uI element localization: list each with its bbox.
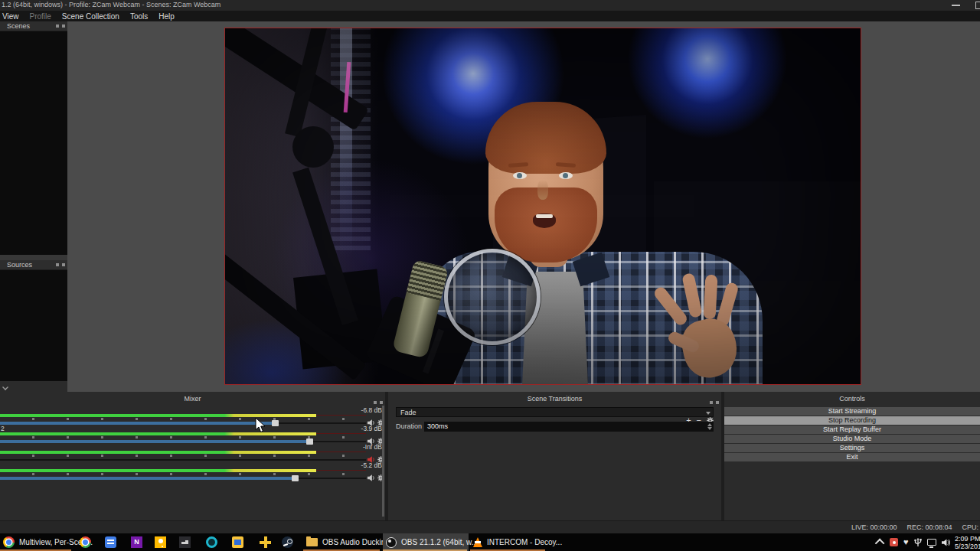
dark-app-icon[interactable] (179, 536, 191, 548)
tray-speaker-icon[interactable] (942, 539, 950, 546)
scenes-dock-header[interactable]: Scenes (0, 21, 67, 31)
mouse-cursor (255, 417, 266, 436)
clock-time: 2:09 PM (955, 535, 980, 543)
start-replay-buffer-button[interactable]: Start Replay Buffer (724, 425, 980, 435)
tray-display-icon[interactable] (927, 539, 936, 546)
volume-slider[interactable] (0, 475, 366, 481)
sources-dock-buttons[interactable] (56, 263, 65, 266)
duration-label: Duration (396, 422, 422, 430)
volume-slider-handle[interactable] (292, 475, 299, 481)
mixer-scrollbar[interactable] (382, 406, 384, 517)
left-dock-column: Scenes Sources (0, 21, 67, 392)
controls-dock: Controls Start Streaming Stop Recording … (724, 392, 980, 520)
tray-heart-icon[interactable]: ♥ (903, 538, 909, 546)
window-title: 1.2 (64bit, windows) - Profile: ZCam Web… (2, 1, 220, 8)
restore-button[interactable] (975, 2, 980, 9)
menu-bar: View Profile Scene Collection Tools Help (0, 11, 980, 21)
mixer-channel: -Inf dB (0, 445, 385, 464)
transition-select[interactable]: Fade (396, 407, 714, 417)
preview-area (67, 21, 980, 392)
rec-timer: REC: 00:08:04 (907, 523, 952, 531)
clock-date: 5/23/2018 (955, 543, 980, 550)
mixer-channel: -6.8 dB (0, 409, 385, 427)
taskbar: Multiview, Per-Scen... N OBS Audio Ducki… (0, 533, 980, 551)
transitions-dock-buttons[interactable] (710, 401, 719, 404)
sources-dock-title: Sources (7, 261, 32, 269)
mixer-channel: 2 -3.9 dB (0, 427, 385, 445)
transition-selected-value: Fade (400, 409, 416, 416)
transitions-dock-header[interactable]: Scene Transitions (388, 395, 721, 405)
steam-icon[interactable] (282, 536, 293, 548)
webcam-video-canvas[interactable] (224, 28, 861, 385)
mixer-dock-header[interactable]: Mixer (0, 395, 385, 405)
taskbar-window-multiview[interactable]: Multiview, Per-Scen... (0, 533, 73, 551)
volume-slider[interactable] (0, 420, 366, 426)
menu-tools[interactable]: Tools (125, 12, 153, 21)
sources-toolbar (0, 381, 67, 392)
status-bar: LIVE: 00:00:00 REC: 00:08:04 CPU: 0.9%, … (0, 520, 980, 533)
yellow-plus-app-icon[interactable] (260, 536, 271, 548)
menu-profile[interactable]: Profile (24, 12, 57, 21)
mixer-dock: Mixer -6.8 dB 2 -3.9 dB (0, 392, 385, 520)
duration-input[interactable]: 300ms (424, 422, 714, 432)
sources-list[interactable] (0, 270, 67, 381)
tray-usb-icon[interactable] (914, 538, 922, 547)
photos-folder-icon[interactable] (232, 536, 243, 548)
live-timer: LIVE: 00:00:00 (851, 523, 897, 531)
messages-icon[interactable] (105, 536, 116, 548)
mixer-channel: -5.2 dB (0, 464, 385, 482)
channel-db-value: -Inf dB (363, 443, 382, 451)
exit-button[interactable]: Exit (724, 453, 980, 462)
speaker-mute-icon[interactable] (368, 474, 375, 481)
spinner-arrows[interactable] (707, 423, 712, 430)
volume-slider-handle[interactable] (272, 420, 279, 426)
chevron-down-icon[interactable] (2, 384, 8, 390)
scenes-list[interactable] (0, 31, 67, 255)
onenote-icon[interactable]: N (131, 536, 142, 548)
channel-db-value: -5.2 dB (361, 461, 382, 469)
channel-label: 2 (1, 425, 5, 432)
taskbar-window-intercom[interactable]: INTERCOM - Decoy... (470, 533, 547, 551)
scenes-dock-title: Scenes (7, 22, 30, 30)
chrome-icon (3, 536, 15, 548)
title-bar: 1.2 (64bit, windows) - Profile: ZCam Web… (0, 0, 980, 11)
menu-view[interactable]: View (0, 12, 24, 21)
controls-dock-title: Controls (839, 395, 865, 403)
tray-red-app-icon[interactable] (890, 538, 898, 546)
settings-button[interactable]: Settings (724, 444, 980, 453)
sources-dock-header[interactable]: Sources (0, 260, 67, 270)
chevron-down-icon (706, 412, 710, 415)
mixer-dock-buttons[interactable] (374, 401, 383, 404)
vlc-icon (473, 537, 482, 547)
video-vignette (225, 28, 861, 384)
taskbar-clock[interactable]: 2:09 PM 5/23/2018 (955, 535, 980, 550)
teal-audio-app-icon[interactable] (206, 536, 217, 548)
duration-value: 300ms (427, 422, 448, 430)
obs-logo-icon (386, 537, 397, 548)
volume-slider[interactable] (0, 457, 366, 463)
keep-notes-icon[interactable] (155, 536, 166, 548)
start-streaming-button[interactable]: Start Streaming (724, 407, 980, 416)
folder-icon (306, 538, 318, 546)
volume-slider[interactable] (0, 439, 366, 445)
minimize-button[interactable] (952, 5, 960, 6)
taskbar-window-audio-ducking[interactable]: OBS Audio Ducking (303, 533, 381, 551)
channel-db-value: -6.8 dB (361, 406, 382, 414)
scenes-dock-buttons[interactable] (56, 24, 65, 28)
system-tray: ♥ (877, 533, 950, 551)
scene-transitions-dock: Scene Transitions Fade + − Duration 300m… (388, 392, 721, 520)
studio-mode-button[interactable]: Studio Mode (724, 435, 980, 444)
mixer-dock-title: Mixer (185, 395, 201, 403)
taskbar-window-obs[interactable]: OBS 21.1.2 (64bit, w... (383, 533, 469, 551)
menu-help[interactable]: Help (153, 12, 180, 21)
cpu-usage: CPU: 0.9%, 6 (962, 523, 980, 531)
transitions-dock-title: Scene Transitions (528, 395, 583, 403)
chrome-icon[interactable] (80, 536, 91, 548)
stop-recording-button[interactable]: Stop Recording (724, 416, 980, 425)
tray-chevron-up-icon[interactable] (875, 539, 885, 549)
channel-db-value: -3.9 dB (361, 425, 382, 432)
menu-scene-collection[interactable]: Scene Collection (57, 12, 125, 21)
volume-slider-handle[interactable] (306, 439, 313, 445)
controls-dock-header[interactable]: Controls (724, 395, 980, 405)
bottom-dock-row: Mixer -6.8 dB 2 -3.9 dB (0, 392, 980, 520)
